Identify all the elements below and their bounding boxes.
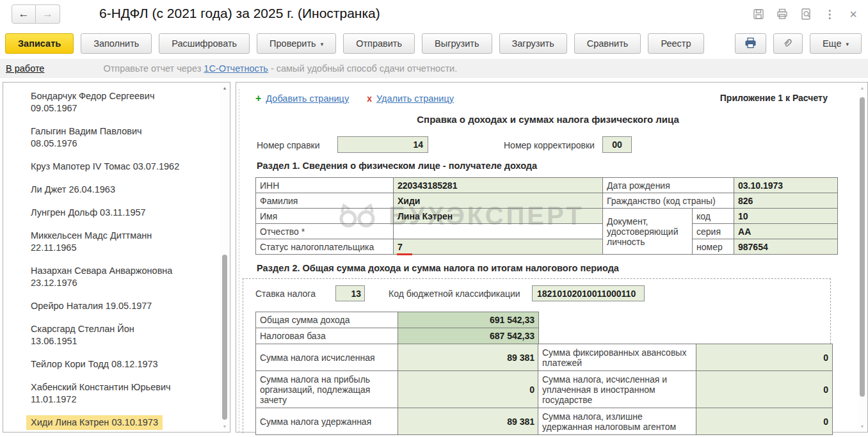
- excess-withheld-field[interactable]: 0: [696, 408, 833, 435]
- list-item[interactable]: Галыгин Вадим Павлович08.05.1976: [26, 124, 147, 151]
- list-item[interactable]: Бондарчук Федор Сергеевич09.05.1967: [26, 89, 159, 116]
- list-item[interactable]: Тейлор Кори Тодд 08.12.1973: [26, 357, 163, 372]
- section2-right-table: Сумма фиксированных авансовых платежей 0…: [538, 344, 833, 435]
- registry-button[interactable]: Реестр: [648, 33, 703, 54]
- scroll-up-icon[interactable]: ▲: [858, 86, 867, 90]
- chevron-down-icon: ▾: [321, 41, 324, 47]
- birthdate-field[interactable]: 03.10.1973: [734, 178, 838, 193]
- fill-button[interactable]: Заполнить: [81, 33, 152, 54]
- list-item-selected[interactable]: Хиди Лина Кэтрен 03.10.1973: [26, 415, 163, 430]
- foreign-tax-field[interactable]: 0: [696, 371, 833, 408]
- firstname-label: Имя: [256, 209, 394, 224]
- list-item[interactable]: Ли Джет 26.04.1963: [26, 182, 120, 197]
- decipher-button[interactable]: Расшифровать: [159, 33, 250, 54]
- table-row: Сумма налога исчисленная 89 381: [256, 344, 539, 371]
- import-button[interactable]: Загрузить: [499, 33, 567, 54]
- attachment-button[interactable]: [773, 33, 803, 54]
- table-row: Общая сумма дохода 691 542,33: [256, 312, 539, 328]
- list-item[interactable]: Лунгрен Дольф 03.11.1957: [26, 205, 150, 220]
- doc-number-label: номер: [693, 239, 734, 255]
- scroll-up-icon[interactable]: ▲: [220, 86, 229, 90]
- list-item[interactable]: Орейро Наталия 19.05.1977: [26, 299, 156, 314]
- table-row: Сумма фиксированных авансовых платежей 0: [538, 344, 833, 371]
- tax-base-field[interactable]: 687 542,33: [398, 328, 539, 344]
- sidebar-scrollbar[interactable]: ▲ ▼: [220, 83, 229, 431]
- tax-rate-field[interactable]: 13: [335, 285, 365, 301]
- print-icon[interactable]: [775, 7, 789, 21]
- firstname-field[interactable]: Лина Кэтрен: [394, 209, 603, 224]
- list-item[interactable]: Назархан Севара Анваржоновна23.12.1976: [26, 264, 177, 290]
- compare-button[interactable]: Сравнить: [574, 33, 641, 54]
- window-header: ← → 6-НДФЛ (с 2021 года) за 2025 г. (Ино…: [0, 0, 868, 28]
- add-page-link[interactable]: Добавить страницу: [266, 93, 349, 104]
- profit-tax-offset-label: Сумма налога на прибыль организаций, под…: [256, 371, 398, 408]
- table-row: Сумма налога на прибыль организаций, под…: [256, 371, 539, 408]
- inn-label: ИНН: [256, 178, 394, 193]
- fixed-advance-field[interactable]: 0: [696, 344, 833, 371]
- profit-tax-offset-field[interactable]: 0: [398, 371, 539, 408]
- ref-number-field[interactable]: 14: [337, 136, 428, 153]
- printer-icon: [744, 36, 757, 51]
- tax-rate-label: Ставка налога: [255, 289, 316, 299]
- paperclip-icon: [782, 37, 794, 51]
- delete-icon: x: [367, 93, 372, 104]
- doc-series-field[interactable]: AA: [734, 224, 838, 239]
- back-arrow-icon[interactable]: ←: [12, 4, 36, 24]
- check-button[interactable]: Проверить ▾: [257, 33, 336, 54]
- correction-number-field[interactable]: 00: [602, 136, 632, 153]
- birthdate-label: Дата рождения: [603, 178, 734, 193]
- table-row: Сумма налога удержанная 89 381: [256, 408, 539, 435]
- reporting-service-link[interactable]: 1С-Отчетность: [204, 63, 268, 74]
- forward-arrow-icon[interactable]: →: [36, 4, 60, 24]
- scrollbar-thumb[interactable]: [222, 255, 227, 420]
- status-message: Отправьте отчет через 1С-Отчетность - са…: [103, 63, 457, 74]
- report-state-link[interactable]: В работе: [6, 63, 44, 74]
- scrollbar-thumb[interactable]: [860, 97, 865, 397]
- kebab-menu-icon[interactable]: ⋮: [823, 7, 837, 21]
- doc-series-label: серия: [693, 224, 734, 239]
- check-button-label: Проверить: [269, 38, 316, 49]
- doc-number-field[interactable]: 987654: [734, 239, 838, 255]
- correction-number-label: Номер корректировки: [504, 140, 595, 150]
- citizenship-field[interactable]: 826: [734, 193, 838, 209]
- main-scrollbar[interactable]: ▲ ▼: [858, 83, 867, 431]
- taxpayer-status-field[interactable]: 7: [394, 239, 603, 255]
- save-icon[interactable]: [751, 7, 766, 21]
- tax-withheld-field[interactable]: 89 381: [398, 408, 539, 435]
- status-bar: В работе Отправьте отчет через 1С-Отчетн…: [0, 59, 868, 78]
- error-marker: [397, 253, 412, 255]
- total-income-field[interactable]: 691 542,33: [398, 312, 539, 328]
- scroll-down-icon[interactable]: ▼: [220, 424, 229, 429]
- status-message-suffix: - самый удобный способ сдачи отчетности.: [268, 63, 457, 74]
- middlename-label: Отчество *: [256, 224, 394, 239]
- lastname-field[interactable]: Хиди: [394, 193, 603, 209]
- print-button[interactable]: [735, 33, 766, 54]
- inn-field[interactable]: 220343185281: [394, 178, 603, 193]
- foreign-tax-label: Сумма налога, исчисленная и уплаченная в…: [538, 371, 696, 408]
- save-button[interactable]: Записать: [5, 33, 74, 54]
- doc-code-field[interactable]: 10: [734, 209, 838, 224]
- tax-calculated-field[interactable]: 89 381: [398, 344, 539, 371]
- middlename-field[interactable]: [394, 224, 603, 239]
- list-item[interactable]: Миккельсен Мадс Диттманн22.11.1965: [26, 228, 156, 255]
- page-title: 6-НДФЛ (с 2021 года) за 2025 г. (Иностра…: [99, 6, 380, 21]
- print-preview-icon[interactable]: [799, 7, 813, 21]
- report-form-panel: + Добавить страницу x Удалить страницу П…: [236, 82, 868, 433]
- employee-list: Бондарчук Федор Сергеевич09.05.1967 Галы…: [26, 89, 212, 437]
- lastname-label: Фамилия: [256, 193, 394, 209]
- taxpayer-status-label: Статус налогоплательщика: [256, 239, 394, 255]
- delete-page-link[interactable]: Удалить страницу: [376, 93, 454, 104]
- section1-title: Раздел 1. Сведения о физическом лице - п…: [257, 161, 537, 171]
- page-actions: + Добавить страницу x Удалить страницу: [255, 93, 454, 104]
- export-button[interactable]: Выгрузить: [422, 33, 492, 54]
- close-icon[interactable]: ×: [846, 7, 860, 21]
- list-item[interactable]: Хабенский Константин Юрьевич11.01.1972: [26, 380, 175, 407]
- list-item[interactable]: Круз Мапотер IV Томас 03.07.1962: [26, 159, 184, 174]
- send-button[interactable]: Отправить: [343, 33, 415, 54]
- kbk-field[interactable]: 18210102010011000110: [532, 285, 645, 301]
- more-button[interactable]: Еще ▾: [810, 33, 862, 54]
- section2-left-table: Общая сумма дохода 691 542,33 Налоговая …: [255, 312, 539, 435]
- scroll-down-icon[interactable]: ▼: [858, 424, 867, 429]
- tax-base-label: Налоговая база: [256, 328, 398, 344]
- list-item[interactable]: Скарсгард Стеллан Йон13.06.1951: [26, 322, 139, 349]
